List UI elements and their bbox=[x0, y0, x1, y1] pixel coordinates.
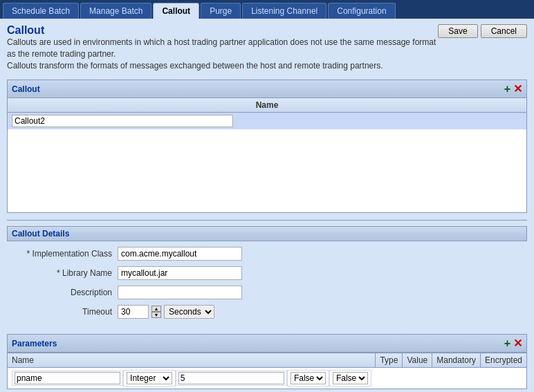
params-cell-type-0[interactable]: Integer String Boolean Long Double bbox=[123, 370, 176, 386]
params-table-body: Integer String Boolean Long Double False bbox=[8, 368, 527, 389]
params-table-header: Name Type Value Mandatory Encrypted bbox=[8, 353, 527, 368]
timeout-down-button[interactable]: ▼ bbox=[151, 312, 161, 318]
tab-schedule-batch[interactable]: Schedule Batch bbox=[3, 3, 79, 19]
callout-section-title: Callout bbox=[12, 84, 40, 94]
tab-callout[interactable]: Callout bbox=[153, 3, 199, 19]
tab-manage-batch[interactable]: Manage Batch bbox=[80, 3, 151, 19]
callout-table-container: Name bbox=[7, 98, 527, 213]
parameters-section-title: Parameters bbox=[12, 339, 57, 348]
params-cell-value-0[interactable] bbox=[176, 371, 287, 386]
params-value-input-0[interactable] bbox=[179, 373, 284, 384]
params-header-row: Name Type Value Mandatory Encrypted bbox=[8, 353, 527, 368]
callout-table-empty bbox=[8, 129, 526, 212]
params-cell-encrypted-0[interactable]: False True bbox=[329, 370, 371, 386]
impl-class-input[interactable] bbox=[118, 247, 242, 261]
description-label: Description bbox=[7, 288, 118, 297]
params-col-encrypted: Encrypted bbox=[480, 353, 526, 368]
tab-configuration[interactable]: Configuration bbox=[328, 3, 395, 19]
details-section: Callout Details * Implementation Class *… bbox=[7, 226, 527, 327]
library-name-row: * Library Name bbox=[7, 265, 527, 281]
page-header: Callout Callouts are used in environment… bbox=[7, 24, 527, 77]
params-col-mandatory: Mandatory bbox=[432, 353, 481, 368]
params-row-0: Integer String Boolean Long Double False bbox=[8, 368, 376, 389]
params-col-name: Name bbox=[8, 353, 376, 368]
header-buttons: Save Cancel bbox=[438, 24, 527, 38]
params-cell-name-0[interactable] bbox=[12, 371, 123, 386]
parameters-section-header: Parameters + ✕ bbox=[7, 334, 527, 353]
cancel-button[interactable]: Cancel bbox=[481, 24, 527, 38]
parameters-section-icons: + ✕ bbox=[504, 337, 522, 350]
params-name-input-0[interactable] bbox=[15, 373, 120, 384]
parameters-table: Name Type Value Mandatory Encrypted Inte… bbox=[7, 353, 527, 389]
impl-class-label: * Implementation Class bbox=[7, 249, 118, 259]
callout-remove-icon[interactable]: ✕ bbox=[513, 82, 522, 95]
timeout-unit-select[interactable]: Seconds Minutes Hours bbox=[164, 305, 214, 319]
description-input[interactable] bbox=[118, 286, 242, 299]
callout-section-header: Callout + ✕ bbox=[7, 80, 527, 98]
library-name-input[interactable] bbox=[118, 266, 242, 280]
params-cell-mandatory-0[interactable]: False True bbox=[287, 370, 329, 386]
timeout-label: Timeout bbox=[7, 307, 118, 317]
save-button[interactable]: Save bbox=[438, 24, 477, 38]
description: Callouts are used in environments in whi… bbox=[7, 37, 438, 71]
timeout-input[interactable] bbox=[118, 305, 149, 319]
callout-row[interactable] bbox=[8, 113, 526, 129]
tab-bar: Schedule Batch Manage Batch Callout Purg… bbox=[0, 0, 534, 19]
callout-name-column: Name bbox=[8, 98, 526, 113]
callout-name-input[interactable] bbox=[12, 115, 233, 127]
timeout-spinner: ▲ ▼ bbox=[151, 306, 161, 318]
params-type-select-0[interactable]: Integer String Boolean Long Double bbox=[127, 372, 172, 384]
page-title-area: Callout Callouts are used in environment… bbox=[7, 24, 438, 77]
callout-section-icons: + ✕ bbox=[504, 82, 522, 95]
parameters-section: Parameters + ✕ Name Type Value Mandatory… bbox=[7, 334, 527, 389]
callout-add-icon[interactable]: + bbox=[504, 83, 510, 95]
details-section-title: Callout Details bbox=[12, 229, 69, 239]
timeout-row: Timeout ▲ ▼ Seconds Minutes Hours bbox=[7, 304, 527, 320]
parameters-add-icon[interactable]: + bbox=[504, 337, 510, 350]
timeout-controls: ▲ ▼ Seconds Minutes Hours bbox=[118, 305, 214, 319]
page-title: Callout bbox=[7, 24, 438, 37]
tab-purge[interactable]: Purge bbox=[201, 3, 241, 19]
separator1 bbox=[7, 220, 527, 221]
params-encrypted-select-0[interactable]: False True bbox=[333, 372, 368, 384]
main-content: Callout Callouts are used in environment… bbox=[0, 19, 534, 390]
parameters-remove-icon[interactable]: ✕ bbox=[513, 337, 522, 350]
params-col-type: Type bbox=[376, 353, 403, 368]
library-name-label: * Library Name bbox=[7, 268, 118, 278]
details-section-header: Callout Details bbox=[7, 226, 527, 241]
tab-listening-channel[interactable]: Listening Channel bbox=[242, 3, 326, 19]
params-col-value: Value bbox=[403, 353, 432, 368]
impl-class-row: * Implementation Class bbox=[7, 245, 527, 262]
description-row: Description bbox=[7, 284, 527, 301]
timeout-up-button[interactable]: ▲ bbox=[151, 306, 161, 312]
params-mandatory-select-0[interactable]: False True bbox=[291, 372, 326, 384]
